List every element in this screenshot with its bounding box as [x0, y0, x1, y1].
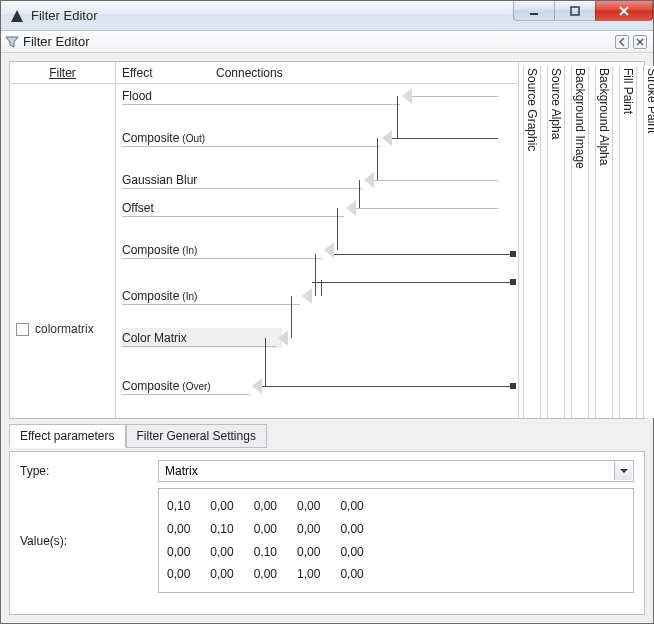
- chevron-down-icon: [620, 467, 628, 475]
- background-alpha[interactable]: Background Alpha: [595, 66, 613, 418]
- connection-line: [359, 180, 360, 208]
- window-frame: Filter Editor Filter Editor: [0, 0, 654, 624]
- node-triangle-icon[interactable]: [278, 330, 288, 346]
- matrix-row: 0,00 0,10 0,00 0,00 0,00: [167, 518, 625, 541]
- type-select-value: Matrix: [165, 464, 198, 478]
- node-triangle-icon[interactable]: [346, 200, 356, 216]
- svg-rect-0: [530, 13, 538, 15]
- stroke-paint[interactable]: Stroke Paint: [643, 66, 654, 418]
- connection-line: [122, 258, 322, 259]
- connection-line: [122, 394, 250, 395]
- effects-header-row: Effect Connections: [116, 62, 518, 84]
- node-triangle-icon[interactable]: [382, 130, 392, 146]
- effect-parameters-panel: Type: Matrix Value(s): 0,10 0,00 0,00 0,…: [9, 451, 645, 615]
- maximize-button[interactable]: [554, 1, 596, 21]
- connection-line: [374, 180, 498, 181]
- connection-line: [122, 146, 380, 147]
- connection-line: [122, 216, 344, 217]
- tab-filter-general-settings[interactable]: Filter General Settings: [126, 424, 267, 448]
- effect-column-header[interactable]: Effect: [122, 66, 216, 80]
- chevron-left-icon: [618, 38, 626, 46]
- effect-row-composite-in-2[interactable]: Composite (In): [122, 286, 306, 306]
- connection-line: [377, 138, 378, 180]
- background-image[interactable]: Background Image: [571, 66, 589, 418]
- effect-row-offset[interactable]: Offset: [122, 198, 350, 218]
- window-title: Filter Editor: [31, 8, 514, 23]
- connection-line: [265, 338, 266, 386]
- filter-column-header[interactable]: Filter: [10, 62, 115, 84]
- connection-line: [262, 386, 510, 387]
- type-select[interactable]: Matrix: [158, 460, 634, 482]
- titlebar[interactable]: Filter Editor: [1, 1, 653, 31]
- node-triangle-icon[interactable]: [302, 288, 312, 304]
- maximize-icon: [569, 5, 581, 17]
- connection-line: [122, 346, 276, 347]
- filter-list-body[interactable]: colormatrix: [10, 84, 115, 418]
- filter-list-column: Filter colormatrix: [10, 62, 116, 418]
- effect-row-flood[interactable]: Flood: [122, 86, 406, 106]
- x-icon: [636, 38, 644, 46]
- connection-line: [412, 96, 498, 97]
- panel-header: Filter Editor: [1, 31, 653, 53]
- effects-panel: Filter colormatrix Effect Connections: [9, 61, 645, 419]
- connection-line: [392, 138, 498, 139]
- minimize-button[interactable]: [513, 1, 555, 21]
- effects-column: Effect Connections Flood: [116, 62, 518, 418]
- connection-line: [122, 188, 362, 189]
- matrix-row: 0,00 0,00 0,10 0,00 0,00: [167, 541, 625, 564]
- minimize-icon: [528, 5, 540, 17]
- close-icon: [617, 4, 631, 18]
- type-label: Type:: [20, 464, 150, 478]
- connection-line: [321, 280, 322, 296]
- node-triangle-icon[interactable]: [324, 242, 334, 258]
- params-tabstrip: Effect parameters Filter General Setting…: [9, 423, 645, 447]
- connection-line: [122, 104, 400, 105]
- connections-column-header[interactable]: Connections: [216, 66, 283, 80]
- matrix-row: 0,00 0,00 0,00 1,00 0,00: [167, 563, 625, 586]
- fill-paint[interactable]: Fill Paint: [619, 66, 637, 418]
- content-area: Filter colormatrix Effect Connections: [1, 53, 653, 623]
- values-matrix[interactable]: 0,10 0,00 0,00 0,00 0,00 0,00 0,10 0,00 …: [158, 488, 634, 593]
- svg-rect-1: [571, 7, 579, 15]
- filter-item-colormatrix[interactable]: colormatrix: [10, 320, 115, 338]
- effect-connections-area: Effect Connections Flood: [116, 62, 644, 418]
- connection-line: [337, 208, 338, 250]
- filter-item-checkbox[interactable]: [16, 323, 29, 336]
- panel-title: Filter Editor: [23, 34, 611, 49]
- window-buttons: [514, 1, 653, 30]
- node-triangle-icon[interactable]: [364, 172, 374, 188]
- connection-line: [334, 254, 510, 255]
- effects-canvas[interactable]: Flood Composite (Out): [116, 84, 518, 418]
- effect-row-composite-over[interactable]: Composite (Over): [122, 376, 256, 396]
- source-alpha[interactable]: Source Alpha: [547, 66, 565, 418]
- connection-line: [291, 296, 292, 338]
- connection-line: [397, 96, 398, 138]
- connection-endpoint: [510, 279, 516, 285]
- values-label: Value(s):: [20, 534, 150, 548]
- connection-line: [312, 282, 510, 283]
- node-triangle-icon[interactable]: [402, 88, 412, 104]
- app-icon: [9, 8, 25, 24]
- connection-line: [356, 208, 498, 209]
- panel-close-button[interactable]: [633, 35, 647, 49]
- filter-item-label: colormatrix: [35, 322, 94, 336]
- matrix-row: 0,10 0,00 0,00 0,00 0,00: [167, 495, 625, 518]
- effect-row-composite-in-1[interactable]: Composite (In): [122, 240, 328, 260]
- funnel-icon: [5, 35, 19, 49]
- tab-effect-parameters[interactable]: Effect parameters: [9, 424, 126, 448]
- close-button[interactable]: [595, 1, 653, 21]
- effect-row-composite-out[interactable]: Composite (Out): [122, 128, 386, 148]
- connection-line: [122, 304, 300, 305]
- effect-row-gaussian-blur[interactable]: Gaussian Blur: [122, 170, 368, 190]
- sources-column: Source Graphic Source Alpha Background I…: [518, 62, 644, 418]
- source-graphic[interactable]: Source Graphic: [523, 66, 541, 418]
- connection-endpoint: [510, 383, 516, 389]
- node-triangle-icon[interactable]: [252, 378, 262, 394]
- effect-row-color-matrix[interactable]: Color Matrix: [122, 328, 282, 348]
- connection-endpoint: [510, 251, 516, 257]
- connection-line: [315, 254, 316, 296]
- dropdown-button[interactable]: [614, 462, 632, 480]
- panel-collapse-button[interactable]: [615, 35, 629, 49]
